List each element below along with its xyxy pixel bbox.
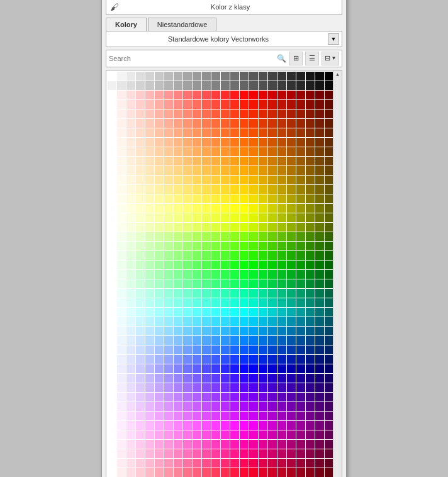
color-swatch[interactable] (325, 261, 333, 269)
color-swatch[interactable] (259, 185, 267, 194)
color-swatch[interactable] (259, 176, 267, 184)
color-swatch[interactable] (287, 232, 296, 241)
color-swatch[interactable] (145, 176, 154, 184)
color-swatch[interactable] (145, 289, 154, 298)
color-swatch[interactable] (126, 298, 135, 307)
color-swatch[interactable] (287, 345, 296, 354)
color-swatch[interactable] (325, 81, 333, 90)
color-swatch[interactable] (315, 157, 324, 166)
color-swatch[interactable] (193, 72, 201, 81)
color-swatch[interactable] (259, 223, 267, 232)
color-swatch[interactable] (136, 147, 145, 156)
color-swatch[interactable] (108, 100, 116, 109)
color-swatch[interactable] (306, 459, 315, 468)
color-swatch[interactable] (211, 213, 220, 222)
color-swatch[interactable] (287, 138, 296, 147)
color-swatch[interactable] (259, 242, 267, 250)
color-swatch[interactable] (230, 308, 239, 317)
color-swatch[interactable] (277, 157, 286, 166)
color-swatch[interactable] (155, 81, 164, 90)
color-swatch[interactable] (325, 364, 333, 373)
color-swatch[interactable] (221, 449, 230, 458)
color-swatch[interactable] (296, 204, 305, 213)
color-swatch[interactable] (174, 138, 182, 147)
color-swatch[interactable] (202, 166, 211, 175)
color-swatch[interactable] (287, 223, 296, 232)
color-swatch[interactable] (259, 364, 267, 373)
color-swatch[interactable] (315, 421, 324, 430)
color-swatch[interactable] (211, 223, 220, 232)
color-swatch[interactable] (164, 91, 173, 99)
color-swatch[interactable] (136, 279, 145, 288)
color-swatch[interactable] (259, 336, 267, 345)
color-swatch[interactable] (145, 213, 154, 222)
color-swatch[interactable] (230, 81, 239, 90)
color-swatch[interactable] (183, 383, 192, 392)
color-swatch[interactable] (155, 119, 164, 128)
color-swatch[interactable] (193, 91, 201, 99)
color-swatch[interactable] (117, 232, 126, 241)
color-swatch[interactable] (277, 468, 286, 477)
color-swatch[interactable] (164, 157, 173, 166)
color-swatch[interactable] (240, 374, 249, 383)
color-swatch[interactable] (287, 100, 296, 109)
color-swatch[interactable] (117, 402, 126, 411)
color-swatch[interactable] (296, 449, 305, 458)
color-swatch[interactable] (145, 194, 154, 203)
color-swatch[interactable] (117, 364, 126, 373)
color-swatch[interactable] (315, 204, 324, 213)
color-swatch[interactable] (296, 157, 305, 166)
color-swatch[interactable] (221, 383, 230, 392)
color-swatch[interactable] (164, 412, 173, 420)
color-swatch[interactable] (117, 147, 126, 156)
color-swatch[interactable] (268, 147, 277, 156)
color-swatch[interactable] (136, 345, 145, 354)
color-swatch[interactable] (117, 72, 126, 81)
color-swatch[interactable] (108, 91, 116, 99)
color-swatch[interactable] (315, 289, 324, 298)
color-swatch[interactable] (315, 364, 324, 373)
color-swatch[interactable] (268, 166, 277, 175)
color-swatch[interactable] (126, 100, 135, 109)
color-swatch[interactable] (126, 204, 135, 213)
color-swatch[interactable] (287, 374, 296, 383)
color-swatch[interactable] (296, 279, 305, 288)
color-swatch[interactable] (268, 213, 277, 222)
color-swatch[interactable] (306, 223, 315, 232)
color-swatch[interactable] (249, 298, 258, 307)
color-swatch[interactable] (287, 393, 296, 401)
color-swatch[interactable] (306, 402, 315, 411)
color-swatch[interactable] (315, 459, 324, 468)
color-swatch[interactable] (306, 109, 315, 118)
color-swatch[interactable] (211, 261, 220, 269)
color-swatch[interactable] (211, 468, 220, 477)
color-swatch[interactable] (240, 213, 249, 222)
color-swatch[interactable] (117, 261, 126, 269)
color-swatch[interactable] (136, 421, 145, 430)
color-swatch[interactable] (145, 251, 154, 260)
color-swatch[interactable] (287, 317, 296, 326)
color-swatch[interactable] (183, 279, 192, 288)
color-swatch[interactable] (268, 204, 277, 213)
color-swatch[interactable] (259, 251, 267, 260)
color-swatch[interactable] (211, 138, 220, 147)
color-swatch[interactable] (277, 459, 286, 468)
color-swatch[interactable] (230, 166, 239, 175)
color-swatch[interactable] (296, 383, 305, 392)
color-swatch[interactable] (211, 308, 220, 317)
color-swatch[interactable] (259, 109, 267, 118)
color-swatch[interactable] (268, 468, 277, 477)
color-swatch[interactable] (126, 109, 135, 118)
color-swatch[interactable] (126, 232, 135, 241)
color-swatch[interactable] (277, 336, 286, 345)
color-swatch[interactable] (145, 81, 154, 90)
color-swatch[interactable] (277, 270, 286, 279)
color-swatch[interactable] (174, 91, 182, 99)
color-swatch[interactable] (126, 81, 135, 90)
color-swatch[interactable] (183, 317, 192, 326)
color-swatch[interactable] (221, 308, 230, 317)
color-swatch[interactable] (211, 194, 220, 203)
color-swatch[interactable] (117, 213, 126, 222)
color-swatch[interactable] (126, 213, 135, 222)
color-swatch[interactable] (164, 176, 173, 184)
